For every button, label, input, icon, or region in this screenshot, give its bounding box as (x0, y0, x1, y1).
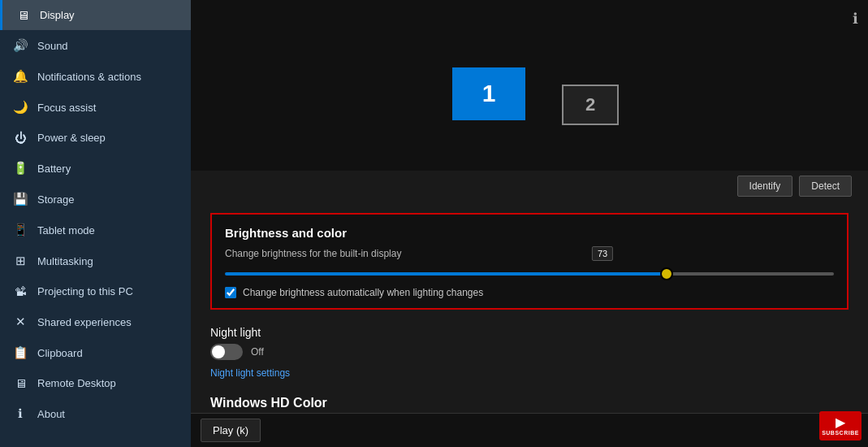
remote-desktop-icon: 🖥 (13, 376, 28, 390)
focus-assist-icon: 🌙 (13, 100, 28, 115)
sidebar-item-storage[interactable]: 💾 Storage (0, 184, 191, 215)
auto-brightness-label: Change brightness automatically when lig… (243, 287, 483, 298)
monitor-2: 2 (562, 85, 619, 125)
toggle-row: Off (210, 344, 849, 360)
sidebar-label-storage: Storage (37, 193, 75, 206)
sidebar-item-display[interactable]: 🖥 Display (0, 0, 191, 30)
sidebar-item-tablet-mode[interactable]: 📱 Tablet mode (0, 215, 191, 245)
sidebar-label-power-sleep: Power & sleep (37, 132, 106, 144)
display-preview: 1 2 (191, 0, 868, 171)
shared-experiences-icon: ✕ (13, 315, 28, 329)
checkbox-row: Change brightness automatically when lig… (225, 287, 834, 298)
slider-tooltip: 73 (592, 246, 613, 261)
monitor-1: 1 (452, 67, 525, 120)
sidebar-label-display: Display (40, 9, 75, 21)
identify-detect-row: Identify Detect (191, 171, 868, 200)
night-light-settings-link[interactable]: Night light settings (210, 367, 290, 379)
night-light-toggle[interactable] (210, 344, 243, 360)
sidebar-item-power-sleep[interactable]: ⏻ Power & sleep (0, 123, 191, 153)
sidebar-item-projecting[interactable]: 📽 Projecting to this PC (0, 276, 191, 306)
youtube-play-icon: ▶ (836, 416, 845, 429)
sidebar-label-battery: Battery (37, 163, 71, 175)
sidebar-label-projecting: Projecting to this PC (37, 285, 133, 297)
battery-icon: 🔋 (13, 161, 28, 176)
sidebar: 🖥 Display 🔊 Sound 🔔 Notifications & acti… (0, 0, 191, 447)
sidebar-label-shared-experiences: Shared experiences (37, 316, 132, 328)
sidebar-label-tablet-mode: Tablet mode (37, 224, 95, 237)
night-light-section: Night light Off Night light settings (210, 326, 849, 380)
sidebar-item-notifications[interactable]: 🔔 Notifications & actions (0, 61, 191, 92)
night-light-title: Night light (210, 326, 849, 339)
projecting-icon: 📽 (13, 284, 28, 298)
sidebar-item-multitasking[interactable]: ⊞ Multitasking (0, 245, 191, 276)
sidebar-label-sound: Sound (37, 40, 68, 52)
brightness-section: Brightness and color Change brightness f… (210, 213, 849, 310)
slider-container: 73 (225, 264, 834, 279)
brightness-section-title: Brightness and color (225, 226, 834, 240)
info-icon[interactable]: ℹ (853, 10, 858, 28)
sidebar-label-remote-desktop: Remote Desktop (37, 377, 116, 389)
clipboard-icon: 📋 (13, 345, 28, 360)
sidebar-label-clipboard: Clipboard (37, 347, 83, 359)
night-light-state: Off (251, 346, 264, 358)
content-scroll: Brightness and color Change brightness f… (191, 200, 868, 447)
sound-icon: 🔊 (13, 38, 28, 53)
play-button[interactable]: Play (k) (201, 419, 261, 442)
tablet-mode-icon: 📱 (13, 223, 28, 237)
sidebar-label-focus-assist: Focus assist (37, 102, 96, 114)
sidebar-item-sound[interactable]: 🔊 Sound (0, 30, 191, 61)
hd-color-title: Windows HD Color (210, 396, 849, 410)
power-sleep-icon: ⏻ (13, 131, 28, 145)
sidebar-label-multitasking: Multitasking (37, 255, 93, 267)
main-content: ℹ 1 2 Identify Detect Brightness and col… (191, 0, 868, 447)
detect-button[interactable]: Detect (799, 176, 852, 197)
monitor-container: 1 2 (464, 67, 594, 120)
auto-brightness-checkbox[interactable] (225, 287, 236, 298)
about-icon: ℹ (13, 406, 28, 421)
youtube-subscribe-button[interactable]: ▶ SUBSCRIBE (819, 411, 862, 440)
youtube-subscribe-label: SUBSCRIBE (822, 430, 859, 436)
youtube-bar: Play (k) ▶ SUBSCRIBE (191, 413, 868, 447)
sidebar-item-battery[interactable]: 🔋 Battery (0, 153, 191, 184)
sidebar-label-about: About (37, 408, 65, 420)
sidebar-item-about[interactable]: ℹ About (0, 398, 191, 429)
sidebar-item-clipboard[interactable]: 📋 Clipboard (0, 337, 191, 368)
multitasking-icon: ⊞ (13, 254, 28, 268)
identify-button[interactable]: Identify (737, 176, 793, 197)
display-icon: 🖥 (15, 8, 30, 22)
sidebar-label-notifications: Notifications & actions (37, 71, 141, 83)
brightness-slider[interactable] (225, 272, 834, 276)
sidebar-item-focus-assist[interactable]: 🌙 Focus assist (0, 92, 191, 123)
sidebar-item-shared-experiences[interactable]: ✕ Shared experiences (0, 306, 191, 337)
storage-icon: 💾 (13, 192, 28, 206)
notifications-icon: 🔔 (13, 69, 28, 84)
toggle-knob (212, 345, 225, 358)
brightness-label: Change brightness for the built-in displ… (225, 248, 834, 259)
sidebar-item-remote-desktop[interactable]: 🖥 Remote Desktop (0, 368, 191, 398)
